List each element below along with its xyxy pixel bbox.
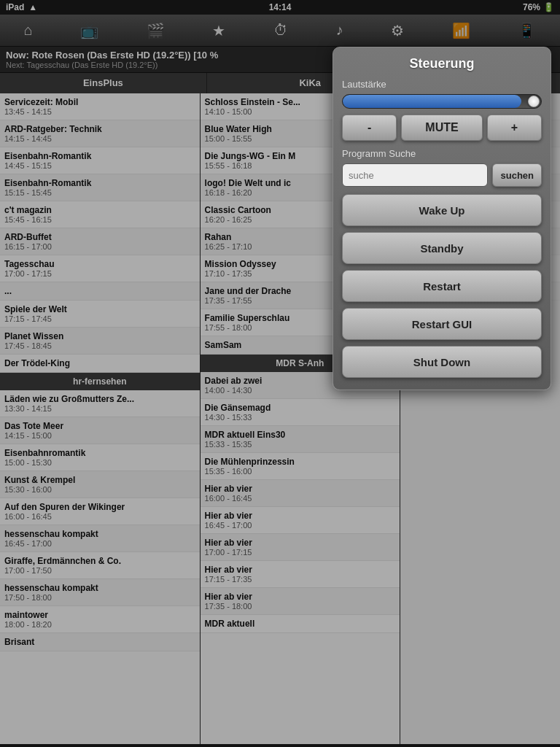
search-row: suchen xyxy=(342,163,542,187)
volume-mute-button[interactable]: MUTE xyxy=(401,115,483,141)
restart-button[interactable]: Restart xyxy=(342,270,542,302)
wake-up-button[interactable]: Wake Up xyxy=(342,194,542,226)
volume-section: Lautstärke - MUTE + xyxy=(333,79,551,148)
volume-slider[interactable] xyxy=(342,94,542,109)
steuerung-title: Steuerung xyxy=(333,47,551,79)
search-button[interactable]: suchen xyxy=(492,163,542,187)
search-label: Programm Suche xyxy=(342,148,542,159)
search-section: Programm Suche suchen xyxy=(333,148,551,194)
volume-plus-button[interactable]: + xyxy=(487,115,542,141)
steuerung-panel: Steuerung Lautstärke - MUTE + Programm S… xyxy=(332,47,551,390)
volume-fill xyxy=(343,95,521,108)
volume-label: Lautstärke xyxy=(342,79,542,90)
standby-button[interactable]: Standby xyxy=(342,232,542,264)
shut-down-button[interactable]: Shut Down xyxy=(342,346,542,378)
volume-track[interactable] xyxy=(342,94,542,109)
volume-minus-button[interactable]: - xyxy=(342,115,397,141)
control-buttons: Wake Up Standby Restart Restart GUI Shut… xyxy=(333,194,551,378)
volume-thumb[interactable] xyxy=(528,96,540,107)
search-input[interactable] xyxy=(342,163,488,187)
restart-gui-button[interactable]: Restart GUI xyxy=(342,308,542,340)
volume-buttons: - MUTE + xyxy=(342,115,542,141)
